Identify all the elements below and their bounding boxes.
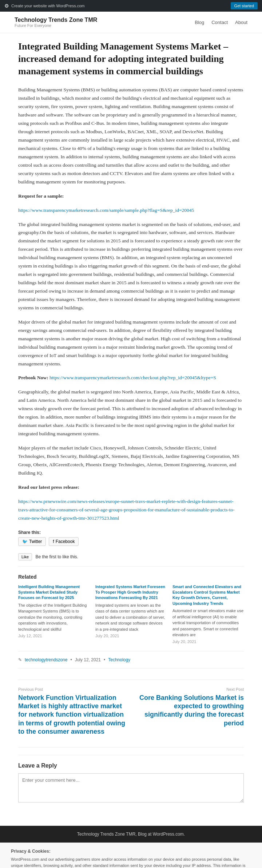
para-3: Major drivers of the global market for i…	[18, 318, 244, 368]
share-buttons: 🐦 Twitter f Facebook	[18, 537, 244, 546]
comments-title: Leave a Reply	[18, 762, 244, 769]
previous-post-label: Previous Post	[18, 687, 127, 691]
related-item-2: Integrated Systems Market Foreseen To Pr…	[95, 584, 167, 644]
get-started-button[interactable]: Get started	[231, 2, 258, 9]
comments-section: Leave a Reply	[18, 755, 244, 804]
related-item-1-title[interactable]: Intelligent Building Management Systems …	[18, 584, 90, 601]
prebook-link[interactable]: https://www.transparencymarketresearch.c…	[49, 375, 216, 380]
para-1: Building Management Systems (BMS) or bui…	[18, 86, 244, 186]
related-title: Related	[18, 574, 244, 580]
nav-blog[interactable]: Blog	[195, 20, 204, 25]
share-label: Share this:	[18, 530, 244, 535]
site-tagline: Future For Everyone	[15, 23, 97, 28]
site-branding: Technology Trends Zone TMR Future For Ev…	[15, 17, 97, 28]
category-link[interactable]: Technology	[108, 657, 130, 662]
twitter-label: Twitter	[29, 539, 42, 544]
related-section: Related Intelligent Building Management …	[18, 574, 244, 644]
site-header: Technology Trends Zone TMR Future For Ev…	[0, 12, 262, 33]
divider-2	[18, 651, 244, 651]
related-item-2-date: July 20, 2021	[95, 634, 167, 638]
nav-contact[interactable]: Contact	[211, 20, 228, 25]
site-footer: Technology Trends Zone TMR, Blog at Word…	[0, 826, 262, 843]
twitter-share-button[interactable]: 🐦 Twitter	[18, 537, 46, 546]
related-item-3-title[interactable]: Smart and Connected Elevators and Escala…	[172, 584, 244, 607]
divider-1	[18, 566, 244, 567]
share-section: Share this: 🐦 Twitter f Facebook	[18, 530, 244, 546]
meta-separator: •	[70, 657, 72, 662]
prebook-section: Prebook Now: https://www.transparencymar…	[18, 374, 244, 382]
article-title: Integrated Building Management Systems M…	[18, 40, 244, 77]
previous-post-title[interactable]: Network Function Virtualization Market i…	[18, 694, 127, 736]
para-4: Geographically, the global market is seg…	[18, 388, 244, 438]
main-container: Integrated Building Management Systems M…	[4, 33, 258, 826]
site-title: Technology Trends Zone TMR	[15, 17, 97, 23]
related-item-3: Smart and Connected Elevators and Escala…	[172, 584, 244, 644]
prebook-label: Prebook Now:	[18, 375, 48, 380]
like-button[interactable]: Like	[18, 553, 32, 560]
related-item-1-date: July 12, 2021	[18, 634, 90, 638]
prev-next-nav: Previous Post Network Function Virtualiz…	[18, 679, 244, 736]
related-grid: Intelligent Building Management Systems …	[18, 584, 244, 644]
site-nav: Blog Contact About	[195, 20, 247, 25]
divider-4	[18, 747, 244, 748]
facebook-label: Facebook	[56, 539, 75, 544]
related-item-1: Intelligent Building Management Systems …	[18, 584, 90, 644]
para-5: Major players of the market include Cisc…	[18, 444, 244, 477]
footer-text: Technology Trends Zone TMR, Blog at Word…	[77, 832, 185, 837]
wp-bar-text: Create your website with WordPress.com	[11, 4, 85, 8]
related-item-1-excerpt: The objective of the Intelligent Buildin…	[18, 602, 90, 633]
press-release-section: Read our latest press release: https://w…	[18, 483, 244, 523]
request-sample-section: Request for a sample: https://www.transp…	[18, 192, 244, 215]
divider-3	[18, 668, 244, 669]
wordpress-bar: ⚙ Create your website with WordPress.com…	[0, 0, 262, 12]
author-icon: ✎	[18, 657, 22, 662]
like-text: Be the first to like this.	[36, 554, 78, 559]
press-release-link[interactable]: https://www.prnewswire.com/news-releases…	[18, 499, 235, 521]
related-item-3-excerpt: Automated or smart elevators make use of…	[172, 608, 244, 638]
privacy-title: Privacy & Cookies:	[11, 848, 251, 855]
press-release-label: Read our latest press release:	[18, 483, 244, 492]
nav-about[interactable]: About	[235, 20, 247, 25]
related-item-2-title[interactable]: Integrated Systems Market Foreseen To Pr…	[95, 584, 167, 601]
next-post-label: Next Post	[135, 687, 244, 691]
next-post-title[interactable]: Core Banking Solutions Market is expecte…	[135, 694, 244, 728]
article-body: Building Management Systems (BMS) or bui…	[18, 86, 244, 522]
request-sample-link[interactable]: https://www.transparencymarketresearch.c…	[18, 207, 194, 213]
post-date: July 12, 2021	[75, 657, 101, 662]
para-2: The global integrated building managemen…	[18, 221, 244, 312]
next-post: Next Post Core Banking Solutions Market …	[135, 687, 244, 736]
related-item-3-date: July 20, 2021	[172, 639, 244, 644]
related-item-2-excerpt: Integrated systems are known as the clas…	[95, 602, 167, 633]
post-meta: ✎ technologytrendszone • July 12, 2021 •…	[18, 657, 244, 662]
twitter-icon: 🐦	[22, 539, 28, 544]
previous-post: Previous Post Network Function Virtualiz…	[18, 687, 127, 736]
request-sample-label: Request for a sample:	[18, 192, 244, 201]
meta-separator-2: •	[104, 657, 105, 662]
facebook-share-button[interactable]: f Facebook	[49, 537, 79, 546]
facebook-icon: f	[53, 539, 54, 544]
comment-textarea[interactable]	[18, 773, 244, 802]
wp-logo-icon: ⚙	[4, 3, 9, 9]
author-link[interactable]: technologytrendszone	[25, 657, 67, 662]
privacy-body-text: WordPress.com and our advertising partne…	[11, 856, 251, 868]
privacy-bar: Privacy & Cookies: WordPress.com and our…	[0, 843, 262, 868]
like-section: Like Be the first to like this.	[18, 553, 244, 560]
